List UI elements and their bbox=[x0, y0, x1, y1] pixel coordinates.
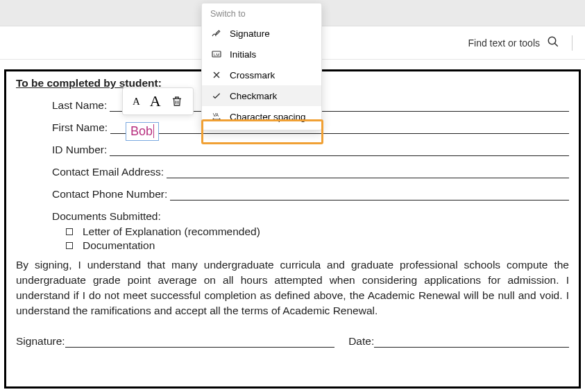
initials-icon: LM bbox=[210, 49, 223, 60]
svg-text:LM: LM bbox=[214, 53, 219, 57]
svg-line-1 bbox=[554, 43, 558, 46]
id-row: ID Number: bbox=[52, 144, 569, 156]
switch-to-menu: Switch to Signature LM Initials Crossmar… bbox=[201, 3, 322, 130]
phone-row: Contact Phone Number: bbox=[52, 188, 569, 201]
search-icon[interactable] bbox=[547, 35, 559, 51]
signature-icon bbox=[210, 28, 223, 39]
doc1-row: Letter of Explanation (recommended) bbox=[66, 225, 569, 238]
documents-block: Documents Submitted: Letter of Explanati… bbox=[52, 210, 569, 252]
signature-row: Signature: Date: bbox=[16, 335, 569, 348]
signature-line[interactable] bbox=[65, 336, 334, 348]
decrease-text-button[interactable]: A bbox=[133, 96, 140, 108]
email-line[interactable] bbox=[167, 167, 569, 178]
text-size-toolbar: A A bbox=[122, 87, 194, 115]
phone-label: Contact Phone Number: bbox=[52, 188, 170, 201]
date-line[interactable] bbox=[374, 336, 569, 348]
menu-item-crossmark[interactable]: Crossmark bbox=[202, 65, 321, 85]
agreement-paragraph: By signing, I understand that many under… bbox=[16, 257, 569, 318]
menu-item-label: Initials bbox=[230, 49, 256, 60]
svg-text:VA: VA bbox=[213, 112, 219, 117]
first-name-label: First Name: bbox=[52, 121, 110, 134]
menu-item-label: Character spacing bbox=[230, 112, 306, 122]
email-label: Contact Email Address: bbox=[52, 166, 167, 178]
date-label: Date: bbox=[348, 335, 374, 348]
delete-button[interactable] bbox=[171, 95, 183, 108]
signature-label: Signature: bbox=[16, 335, 65, 348]
menu-item-signature[interactable]: Signature bbox=[202, 23, 321, 44]
email-row: Contact Email Address: bbox=[52, 166, 569, 178]
phone-line[interactable] bbox=[170, 189, 569, 201]
first-name-line[interactable] bbox=[110, 122, 569, 134]
first-name-input[interactable]: Bob bbox=[126, 122, 159, 141]
id-line[interactable] bbox=[110, 144, 569, 156]
menu-item-label: Crossmark bbox=[230, 70, 275, 80]
svg-point-0 bbox=[548, 37, 556, 44]
doc2-label: Documentation bbox=[83, 239, 155, 252]
documents-label: Documents Submitted: bbox=[52, 210, 569, 223]
checkmark-icon bbox=[210, 90, 223, 101]
menu-item-initials[interactable]: LM Initials bbox=[202, 44, 321, 65]
crossmark-icon bbox=[210, 69, 223, 80]
first-name-value: Bob bbox=[130, 124, 153, 138]
doc2-row: Documentation bbox=[66, 239, 569, 252]
id-label: ID Number: bbox=[52, 144, 110, 156]
character-spacing-icon: VA bbox=[210, 111, 223, 122]
toolbar-divider bbox=[572, 35, 573, 51]
menu-item-character-spacing[interactable]: VA Character spacing bbox=[202, 106, 321, 127]
doc2-checkbox[interactable] bbox=[66, 242, 73, 249]
menu-header: Switch to bbox=[202, 3, 321, 23]
increase-text-button[interactable]: A bbox=[150, 92, 161, 110]
menu-item-label: Signature bbox=[230, 28, 270, 39]
last-name-label: Last Name: bbox=[52, 99, 110, 112]
menu-item-checkmark[interactable]: Checkmark bbox=[202, 85, 321, 106]
search-label[interactable]: Find text or tools bbox=[468, 37, 541, 49]
doc1-label: Letter of Explanation (recommended) bbox=[83, 225, 260, 238]
doc1-checkbox[interactable] bbox=[66, 228, 73, 235]
menu-item-label: Checkmark bbox=[230, 91, 277, 101]
